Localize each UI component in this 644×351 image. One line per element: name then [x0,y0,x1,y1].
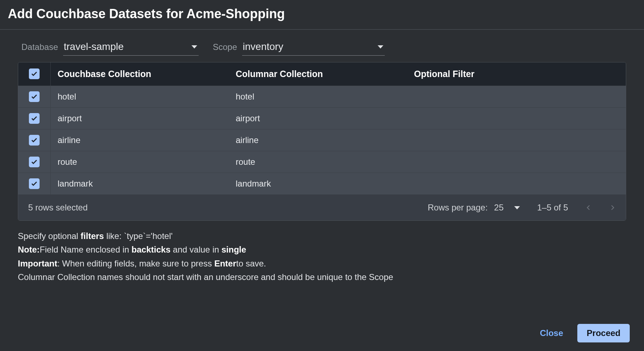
row-checkbox-cell [18,86,50,108]
database-value: travel-sample [64,41,124,52]
rows-per-page-label: Rows per page: [428,203,487,213]
table-row: airlineairline [18,129,626,151]
table-footer: 5 rows selected Rows per page: 25 1–5 of… [18,194,626,220]
rows-per-page-select[interactable]: 25 [494,203,520,213]
proceed-button[interactable]: Proceed [577,324,630,342]
dialog-actions: Close Proceed [0,317,644,351]
scope-select[interactable]: inventory [242,40,385,56]
check-icon [31,137,38,144]
couchbase-collection-cell: hotel [50,86,229,108]
row-checkbox-cell [18,173,50,195]
prev-page-button[interactable] [585,203,592,213]
chevron-right-icon [609,203,616,213]
col-filter: Optional Filter [407,62,626,86]
chevron-down-icon [191,45,197,49]
help-text: Specify optional filters like: `type`='h… [0,221,644,288]
couchbase-collection-cell: airline [50,129,229,151]
table-row: airportairport [18,108,626,129]
row-checkbox[interactable] [29,91,40,102]
database-select[interactable]: travel-sample [63,40,199,56]
optional-filter-cell[interactable] [407,108,626,129]
columnar-collection-cell[interactable]: landmark [229,173,407,195]
selector-row: Database travel-sample Scope inventory [0,30,644,62]
chevron-down-icon [514,206,520,209]
columnar-collection-cell[interactable]: route [229,151,407,173]
check-icon [31,180,38,187]
couchbase-collection-cell: route [50,151,229,173]
col-couchbase: Couchbase Collection [50,62,229,86]
table-row: landmarklandmark [18,173,626,195]
table-header-row: Couchbase Collection Columnar Collection… [18,62,626,86]
check-icon [31,115,38,122]
datasets-table: Couchbase Collection Columnar Collection… [18,62,626,194]
col-columnar: Columnar Collection [229,62,407,86]
pagination-controls: Rows per page: 25 1–5 of 5 [428,203,616,213]
rows-per-page-group: Rows per page: 25 [428,203,520,213]
help-line-3: Important: When editing fields, make sur… [18,257,626,270]
optional-filter-cell[interactable] [407,173,626,195]
row-checkbox-cell [18,151,50,173]
database-label: Database [21,42,58,52]
scope-select-group: Scope inventory [213,40,385,56]
optional-filter-cell[interactable] [407,151,626,173]
select-all-checkbox[interactable] [29,68,40,79]
row-checkbox-cell [18,108,50,129]
next-page-button[interactable] [609,203,616,213]
check-icon [31,70,38,77]
table-row: routeroute [18,151,626,173]
help-line-1: Specify optional filters like: `type`='h… [18,229,626,243]
selected-count: 5 rows selected [28,203,88,213]
row-checkbox[interactable] [29,178,40,189]
database-select-group: Database travel-sample [21,40,199,56]
columnar-collection-cell[interactable]: airline [229,129,407,151]
scope-value: inventory [243,41,283,52]
row-checkbox[interactable] [29,135,40,146]
scope-label: Scope [213,42,237,52]
check-icon [31,93,38,100]
help-line-2: Note:Field Name enclosed in backticks an… [18,243,626,256]
couchbase-collection-cell: landmark [50,173,229,195]
select-all-header [18,62,50,86]
close-button[interactable]: Close [538,325,565,342]
chevron-down-icon [378,45,383,49]
rows-per-page-value: 25 [494,203,504,213]
check-icon [31,158,38,166]
add-datasets-dialog: Add Couchbase Datasets for Acme-Shopping… [0,0,644,351]
row-checkbox[interactable] [29,157,40,167]
optional-filter-cell[interactable] [407,86,626,108]
dialog-title: Add Couchbase Datasets for Acme-Shopping [0,0,644,30]
couchbase-collection-cell: airport [50,108,229,129]
pagination-range: 1–5 of 5 [537,203,568,213]
optional-filter-cell[interactable] [407,129,626,151]
table-row: hotelhotel [18,86,626,108]
help-line-4: Columnar Collection names should not sta… [18,270,626,284]
columnar-collection-cell[interactable]: airport [229,108,407,129]
row-checkbox[interactable] [29,113,40,124]
row-checkbox-cell [18,129,50,151]
chevron-left-icon [585,203,592,213]
datasets-table-container: Couchbase Collection Columnar Collection… [18,62,626,221]
columnar-collection-cell[interactable]: hotel [229,86,407,108]
